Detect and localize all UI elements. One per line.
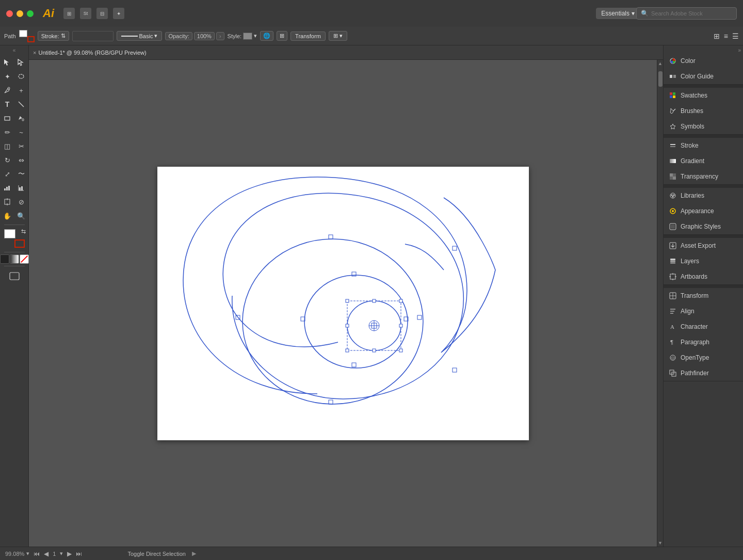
arrange2-icon[interactable]: ≡ — [724, 32, 728, 40]
transparency-panel-item[interactable]: Transparency — [664, 169, 743, 184]
pen-tool[interactable] — [1, 84, 14, 97]
minimize-window-button[interactable] — [17, 10, 23, 17]
layout-icon[interactable]: ⊟ — [96, 8, 108, 19]
smooth-tool[interactable]: ~ — [14, 125, 28, 139]
basic-dropdown[interactable]: Basic ▾ — [117, 31, 163, 41]
line-tool[interactable] — [14, 98, 28, 111]
lasso-tool[interactable] — [14, 70, 28, 83]
none-mode-button[interactable] — [20, 254, 29, 264]
warp-tool[interactable]: 〜 — [14, 167, 28, 181]
scissors-tool[interactable]: ✂ — [14, 139, 28, 153]
gradient-panel-item[interactable]: Gradient — [664, 153, 743, 169]
rotate-tool[interactable]: ↻ — [1, 153, 14, 167]
globe-icon: 🌐 — [263, 33, 270, 39]
transform-extra-button[interactable]: ⊞ ▾ — [329, 31, 347, 41]
swap-fill-stroke-icon[interactable]: ⇆ — [21, 228, 26, 235]
opentype-label: OpenType — [681, 354, 709, 361]
eraser-tool[interactable]: ◫ — [1, 139, 14, 153]
paint-bucket-tool[interactable] — [14, 111, 28, 125]
bar-chart-tool[interactable] — [14, 181, 28, 195]
stroke-panel-item[interactable]: Stroke — [664, 138, 743, 153]
graphic-styles-panel-item[interactable]: Graphic Styles — [664, 219, 743, 234]
reflect-tool[interactable]: ⇔ — [14, 153, 28, 167]
canvas-wrapper[interactable] — [29, 60, 657, 547]
globe-button[interactable]: 🌐 — [260, 31, 273, 41]
color-panel-item[interactable]: Color — [664, 53, 743, 69]
fill-stroke-swatch[interactable] — [19, 30, 35, 42]
layers-panel-item[interactable]: Layers — [664, 253, 743, 269]
rectangle-tool[interactable] — [1, 111, 14, 125]
stroke-color[interactable] — [27, 36, 35, 42]
style-swatch[interactable] — [243, 33, 252, 40]
status-arrow-icon[interactable]: ▶ — [192, 550, 196, 557]
slice-tool[interactable]: ⊘ — [14, 195, 28, 209]
swatches-icon — [669, 91, 677, 100]
artboard-tool[interactable] — [1, 195, 14, 209]
panel-collapse-left[interactable]: « — [13, 47, 16, 53]
magic-wand-tool[interactable]: ✦ — [1, 70, 14, 83]
search-adobe-input[interactable] — [651, 10, 732, 17]
type-tool[interactable]: T — [1, 98, 14, 111]
swatches-panel-item[interactable]: Swatches — [664, 88, 743, 103]
color-mode-row — [0, 254, 29, 264]
brushes-panel-item[interactable]: Brushes — [664, 103, 743, 119]
symbols-panel-item[interactable]: Symbols — [664, 119, 743, 134]
scale-tool[interactable]: ⤢ — [1, 167, 14, 181]
zoom-dropdown-icon[interactable]: ▾ — [26, 550, 29, 557]
draw-mode-button[interactable] — [8, 269, 21, 283]
maximize-window-button[interactable] — [27, 10, 34, 17]
opentype-panel-item[interactable]: O OpenType — [664, 350, 743, 365]
st-icon[interactable]: St — [80, 8, 91, 19]
fill-box[interactable] — [4, 229, 15, 238]
svg-rect-15 — [10, 273, 19, 280]
asset-export-panel-item[interactable]: Asset Export — [664, 238, 743, 253]
nav-prev-prev[interactable]: ⏮ — [34, 550, 40, 557]
artboards-panel-item[interactable]: Artboards — [664, 269, 743, 284]
direct-selection-tool[interactable] — [14, 56, 28, 69]
artboards-label: Artboards — [681, 273, 707, 280]
collapse-right-icon[interactable]: » — [738, 47, 741, 53]
hand-tool[interactable]: ✋ — [1, 209, 14, 222]
transform-button[interactable]: Transform — [290, 31, 326, 41]
close-window-button[interactable] — [6, 10, 13, 17]
nav-next-next[interactable]: ⏭ — [76, 550, 82, 557]
libraries-panel-item[interactable]: Libraries — [664, 188, 743, 203]
transform-panel-item[interactable]: Transform — [664, 288, 743, 303]
menu-icon[interactable]: ☰ — [732, 32, 739, 40]
nav-prev[interactable]: ◀ — [44, 550, 49, 557]
search-adobe-stock[interactable]: 🔍 — [636, 7, 737, 20]
fill-color[interactable] — [19, 30, 27, 37]
vertical-scrollbar[interactable]: ▲ ▼ — [657, 60, 663, 547]
character-panel-item[interactable]: A Character — [664, 319, 743, 334]
opacity-value[interactable]: 100% — [194, 32, 215, 40]
svg-rect-19 — [329, 235, 333, 239]
tab-close-button[interactable]: × — [33, 50, 36, 56]
scroll-thumb[interactable] — [658, 71, 663, 87]
libraries-icon — [669, 191, 677, 200]
selection-tool[interactable] — [1, 56, 14, 69]
pencil-tool[interactable]: ✏ — [1, 125, 14, 139]
align-panel-item[interactable]: Align — [664, 303, 743, 319]
graph-tool[interactable] — [1, 181, 14, 195]
stroke-box[interactable] — [14, 239, 25, 248]
artboard[interactable] — [157, 167, 529, 440]
stroke-selector[interactable]: Stroke: ⇅ — [38, 31, 69, 41]
feather-icon[interactable]: ✦ — [113, 8, 124, 19]
svg-rect-11 — [21, 186, 23, 190]
gradient-mode-button[interactable] — [10, 254, 19, 264]
scroll-down-arrow[interactable]: ▼ — [658, 540, 663, 546]
color-guide-panel-item[interactable]: Color Guide — [664, 69, 743, 84]
appearance-panel-item[interactable]: Appearance — [664, 203, 743, 219]
paragraph-panel-item[interactable]: ¶ Paragraph — [664, 334, 743, 350]
grid-icon[interactable]: ⊞ — [63, 8, 75, 19]
add-anchor-tool[interactable]: + — [14, 84, 28, 97]
grid-button[interactable]: ⊞ — [277, 31, 287, 41]
pathfinder-panel-item[interactable]: Pathfinder — [664, 365, 743, 381]
zoom-tool[interactable]: 🔍 — [14, 209, 28, 222]
nav-next[interactable]: ▶ — [67, 550, 72, 557]
arrange-icon[interactable]: ⊞ — [714, 32, 720, 40]
scroll-up-arrow[interactable]: ▲ — [658, 61, 663, 66]
essentials-button[interactable]: Essentials ▾ — [596, 8, 640, 19]
color-mode-button[interactable] — [0, 254, 9, 264]
page-dropdown[interactable]: ▾ — [60, 550, 63, 557]
